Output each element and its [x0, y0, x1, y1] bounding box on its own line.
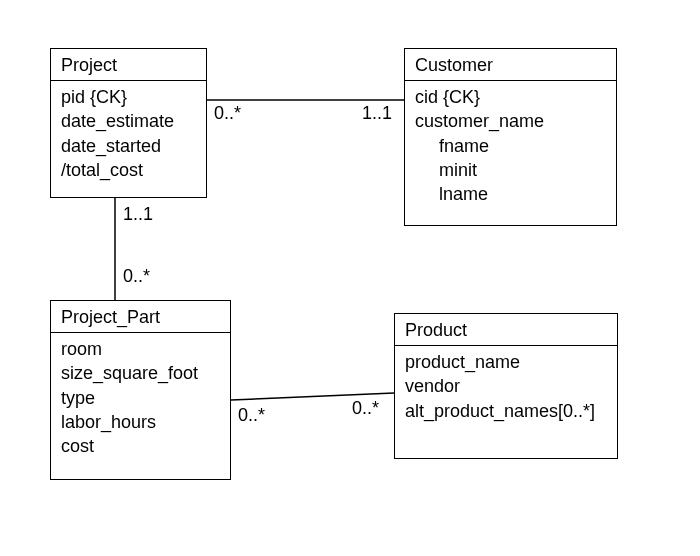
class-attributes: product_name vendor alt_product_names[0.…: [395, 346, 617, 431]
multiplicity: 0..*: [238, 405, 265, 426]
attr: cid {CK}: [415, 85, 606, 109]
attr: size_square_foot: [61, 361, 220, 385]
uml-diagram: Project pid {CK} date_estimate date_star…: [0, 0, 700, 556]
attr: alt_product_names[0..*]: [405, 399, 607, 423]
multiplicity: 0..*: [123, 266, 150, 287]
attr: labor_hours: [61, 410, 220, 434]
attr: date_started: [61, 134, 196, 158]
multiplicity: 0..*: [214, 103, 241, 124]
attr: date_estimate: [61, 109, 196, 133]
nested-attr: fname: [415, 134, 606, 158]
nested-attr: minit: [415, 158, 606, 182]
attr: cost: [61, 434, 220, 458]
class-title: Project: [51, 49, 206, 81]
multiplicity: 1..1: [123, 204, 153, 225]
class-name: Customer: [415, 55, 493, 75]
attr: pid {CK}: [61, 85, 196, 109]
attr: room: [61, 337, 220, 361]
attr: product_name: [405, 350, 607, 374]
class-product: Product product_name vendor alt_product_…: [394, 313, 618, 459]
class-project-part: Project_Part room size_square_foot type …: [50, 300, 231, 480]
class-name: Project: [61, 55, 117, 75]
nested-attr: lname: [415, 182, 606, 206]
attr: /total_cost: [61, 158, 196, 182]
class-attributes: room size_square_foot type labor_hours c…: [51, 333, 230, 466]
class-title: Project_Part: [51, 301, 230, 333]
attr: type: [61, 386, 220, 410]
class-attributes: pid {CK} date_estimate date_started /tot…: [51, 81, 206, 190]
class-name: Product: [405, 320, 467, 340]
multiplicity: 1..1: [362, 103, 392, 124]
class-name: Project_Part: [61, 307, 160, 327]
attr: customer_name: [415, 109, 606, 133]
class-title: Customer: [405, 49, 616, 81]
class-title: Product: [395, 314, 617, 346]
class-customer: Customer cid {CK} customer_name fname mi…: [404, 48, 617, 226]
class-project: Project pid {CK} date_estimate date_star…: [50, 48, 207, 198]
multiplicity: 0..*: [352, 398, 379, 419]
class-attributes: cid {CK} customer_name fname minit lname: [405, 81, 616, 214]
attr: vendor: [405, 374, 607, 398]
